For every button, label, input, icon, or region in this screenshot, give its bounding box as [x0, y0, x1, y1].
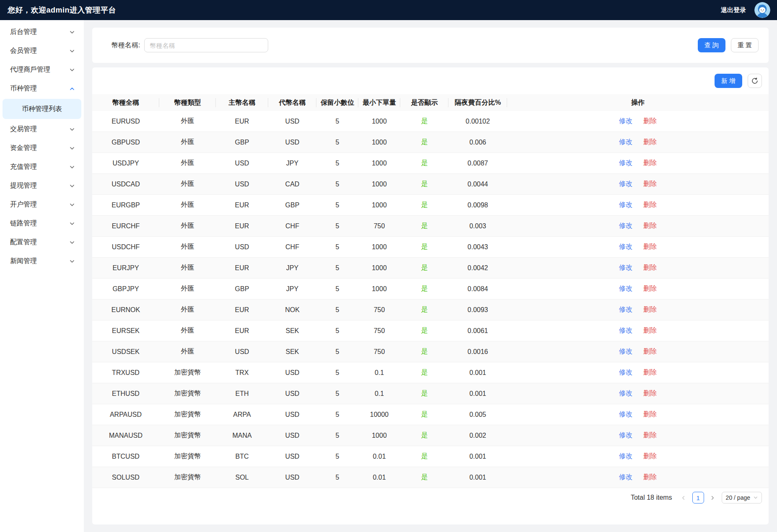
edit-link[interactable]: 修改	[619, 243, 632, 251]
cell-base-currency: EUR	[216, 264, 268, 272]
delete-link[interactable]: 删除	[643, 368, 657, 377]
cell-visible: 是	[400, 117, 448, 126]
add-button[interactable]: 新 增	[715, 74, 742, 88]
sidebar-item-后台管理[interactable]: 后台管理	[0, 23, 84, 41]
edit-link[interactable]: 修改	[619, 138, 632, 147]
sidebar-item-提现管理[interactable]: 提现管理	[0, 176, 84, 195]
column-header-4: 代幣名稱	[268, 94, 316, 111]
edit-link[interactable]: 修改	[619, 473, 632, 482]
cell-decimals: 5	[316, 264, 358, 272]
sidebar-item-配置管理[interactable]: 配置管理	[0, 233, 84, 252]
edit-link[interactable]: 修改	[619, 410, 632, 419]
delete-link[interactable]: 删除	[643, 263, 657, 272]
delete-link[interactable]: 删除	[643, 347, 657, 356]
page-size-select[interactable]: 20 / page	[722, 492, 762, 504]
cell-decimals: 5	[316, 243, 358, 251]
delete-link[interactable]: 删除	[643, 305, 657, 314]
edit-link[interactable]: 修改	[619, 284, 632, 293]
sidebar-item-新闻管理[interactable]: 新闻管理	[0, 252, 84, 271]
sidebar-subitem-币种管理列表[interactable]: 币种管理列表	[3, 99, 81, 119]
reset-button[interactable]: 重 置	[731, 38, 759, 52]
cell-visible: 是	[400, 138, 448, 147]
sidebar-item-label: 提现管理	[10, 181, 37, 190]
delete-link[interactable]: 删除	[643, 431, 657, 440]
sidebar-item-交易管理[interactable]: 交易管理	[0, 120, 84, 139]
sidebar-item-代理商戶管理[interactable]: 代理商戶管理	[0, 60, 84, 79]
cell-base-currency: USD	[216, 160, 268, 167]
cell-actions: 修改 删除	[507, 473, 769, 482]
cell-decimals: 5	[316, 390, 358, 398]
cell-currency-name: TRXUSD	[92, 369, 159, 377]
edit-link[interactable]: 修改	[619, 263, 632, 272]
cell-min-order: 750	[358, 327, 400, 335]
delete-link[interactable]: 删除	[643, 326, 657, 335]
cell-actions: 修改 删除	[507, 431, 769, 440]
cell-currency-type: 外匯	[159, 117, 216, 126]
chevron-down-icon	[70, 259, 75, 264]
cell-quote-currency: USD	[268, 453, 316, 460]
sidebar-menu: 后台管理 会员管理 代理商戶管理 币种管理 币种管理列表 交易管理 资金管理	[0, 23, 84, 271]
next-page-button[interactable]	[708, 492, 717, 504]
sidebar-item-开户管理[interactable]: 开户管理	[0, 195, 84, 214]
page-number-button[interactable]: 1	[692, 492, 704, 504]
edit-link[interactable]: 修改	[619, 201, 632, 209]
edit-link[interactable]: 修改	[619, 368, 632, 377]
delete-link[interactable]: 删除	[643, 473, 657, 482]
sidebar-item-会员管理[interactable]: 会员管理	[0, 41, 84, 60]
cell-currency-type: 外匯	[159, 222, 216, 230]
delete-link[interactable]: 删除	[643, 284, 657, 293]
edit-link[interactable]: 修改	[619, 117, 632, 126]
refresh-button[interactable]	[748, 74, 762, 88]
edit-link[interactable]: 修改	[619, 305, 632, 314]
sidebar-item-链路管理[interactable]: 链路管理	[0, 214, 84, 233]
user-avatar[interactable]	[754, 2, 770, 18]
edit-link[interactable]: 修改	[619, 159, 632, 168]
table-row: MANAUSD 加密貨幣 MANA USD 5 1000 是 0.002 修改 …	[92, 425, 769, 446]
chevron-down-icon	[70, 183, 75, 189]
delete-link[interactable]: 删除	[643, 138, 657, 147]
sidebar-item-充值管理[interactable]: 充值管理	[0, 158, 84, 176]
sidebar-item-资金管理[interactable]: 资金管理	[0, 139, 84, 158]
cell-currency-name: ETHUSD	[92, 390, 159, 398]
sidebar-item-label: 充值管理	[10, 163, 37, 171]
cell-overnight-fee: 0.0043	[448, 243, 507, 251]
sidebar-item-label: 配置管理	[10, 238, 37, 247]
edit-link[interactable]: 修改	[619, 389, 632, 398]
edit-link[interactable]: 修改	[619, 326, 632, 335]
cell-actions: 修改 删除	[507, 410, 769, 419]
delete-link[interactable]: 删除	[643, 222, 657, 230]
sidebar-item-label: 币种管理	[10, 84, 37, 93]
delete-link[interactable]: 删除	[643, 117, 657, 126]
cell-currency-type: 外匯	[159, 159, 216, 168]
edit-link[interactable]: 修改	[619, 180, 632, 189]
edit-link[interactable]: 修改	[619, 431, 632, 440]
edit-link[interactable]: 修改	[619, 222, 632, 230]
column-header-3: 主幣名稱	[216, 94, 268, 111]
cell-base-currency: ARPA	[216, 411, 268, 418]
cell-overnight-fee: 0.0084	[448, 285, 507, 293]
delete-link[interactable]: 删除	[643, 159, 657, 168]
cell-currency-type: 外匯	[159, 263, 216, 272]
delete-link[interactable]: 删除	[643, 389, 657, 398]
delete-link[interactable]: 删除	[643, 410, 657, 419]
column-header-2: 幣種類型	[159, 94, 216, 111]
prev-page-button[interactable]	[679, 492, 688, 504]
table-row: BTCUSD 加密貨幣 BTC USD 5 0.01 是 0.001 修改 删除	[92, 446, 769, 467]
delete-link[interactable]: 删除	[643, 201, 657, 209]
table-row: EURUSD 外匯 EUR USD 5 1000 是 0.00102 修改 删除	[92, 111, 769, 132]
cell-visible: 是	[400, 243, 448, 251]
search-input[interactable]	[144, 38, 268, 52]
edit-link[interactable]: 修改	[619, 347, 632, 356]
cell-actions: 修改 删除	[507, 222, 769, 230]
query-button[interactable]: 查 詢	[698, 38, 725, 52]
delete-link[interactable]: 删除	[643, 243, 657, 251]
edit-link[interactable]: 修改	[619, 452, 632, 461]
logout-button[interactable]: 退出登录	[721, 6, 746, 14]
delete-link[interactable]: 删除	[643, 180, 657, 189]
sidebar-item-币种管理[interactable]: 币种管理	[0, 79, 84, 98]
cell-quote-currency: USD	[268, 139, 316, 146]
cell-base-currency: GBP	[216, 139, 268, 146]
delete-link[interactable]: 删除	[643, 452, 657, 461]
table-row: USDCHF 外匯 USD CHF 5 1000 是 0.0043 修改 删除	[92, 237, 769, 258]
table-row: GBPUSD 外匯 GBP USD 5 1000 是 0.006 修改 删除	[92, 132, 769, 153]
